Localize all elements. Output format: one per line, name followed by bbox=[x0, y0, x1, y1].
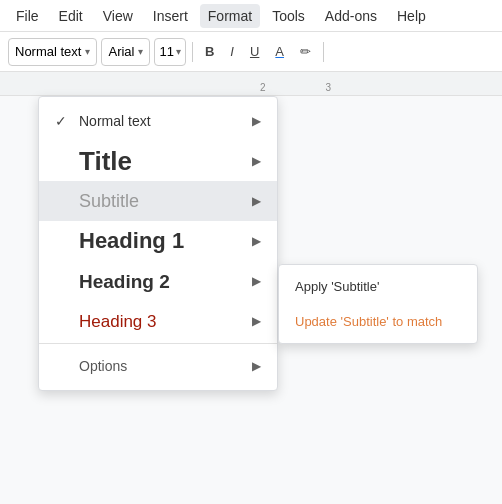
h3-arrow-icon: ▶ bbox=[252, 314, 261, 328]
font-chevron-icon: ▾ bbox=[138, 46, 143, 57]
update-subtitle-item[interactable]: Update 'Subtitle' to match bbox=[279, 304, 477, 339]
ruler-mark-3: 3 bbox=[326, 82, 332, 93]
font-size-dropdown[interactable]: 11 ▾ bbox=[154, 38, 185, 66]
check-icon: ✓ bbox=[55, 113, 71, 129]
underline-button[interactable]: U bbox=[244, 40, 265, 63]
menu-insert[interactable]: Insert bbox=[145, 4, 196, 28]
h2-arrow-icon: ▶ bbox=[252, 274, 261, 288]
menu-separator bbox=[39, 343, 277, 344]
style-h1-label: Heading 1 bbox=[79, 230, 184, 252]
h1-arrow-icon: ▶ bbox=[252, 234, 261, 248]
style-subtitle-label: Subtitle bbox=[79, 192, 139, 210]
style-dropdown-menu: ✓ Normal text ▶ ✓ Title ▶ ✓ Subtitle ▶ ✓ bbox=[38, 96, 278, 391]
menu-view[interactable]: View bbox=[95, 4, 141, 28]
style-h2-label-group: ✓ Heading 2 bbox=[55, 272, 170, 291]
subtitle-submenu: Apply 'Subtitle' Update 'Subtitle' to ma… bbox=[278, 264, 478, 344]
style-subtitle-label-group: ✓ Subtitle bbox=[55, 192, 139, 210]
font-color-button[interactable]: A bbox=[269, 40, 290, 63]
menu-file[interactable]: File bbox=[8, 4, 47, 28]
style-options-item[interactable]: ✓ Options ▶ bbox=[39, 346, 277, 386]
menu-help[interactable]: Help bbox=[389, 4, 434, 28]
apply-subtitle-item[interactable]: Apply 'Subtitle' bbox=[279, 269, 477, 304]
options-arrow-icon: ▶ bbox=[252, 359, 261, 373]
subtitle-arrow-icon: ▶ bbox=[252, 194, 261, 208]
highlight-button[interactable]: ✏ bbox=[294, 40, 317, 63]
menu-edit[interactable]: Edit bbox=[51, 4, 91, 28]
style-options-label-group: ✓ Options bbox=[55, 358, 127, 374]
style-h3-label-group: ✓ Heading 3 bbox=[55, 313, 157, 330]
menu-tools[interactable]: Tools bbox=[264, 4, 313, 28]
style-title-label: Title bbox=[79, 148, 132, 174]
style-title-label-group: ✓ Title bbox=[55, 148, 132, 174]
menu-format[interactable]: Format bbox=[200, 4, 260, 28]
style-h1-label-group: ✓ Heading 1 bbox=[55, 230, 184, 252]
style-options-label: Options bbox=[79, 358, 127, 374]
style-value: Normal text bbox=[15, 44, 81, 59]
ruler: 2 3 bbox=[0, 72, 502, 96]
apply-subtitle-label: Apply 'Subtitle' bbox=[295, 279, 379, 294]
toolbar: Normal text ▾ Arial ▾ 11 ▾ B I U A ✏ bbox=[0, 32, 502, 72]
style-title-item[interactable]: ✓ Title ▶ bbox=[39, 141, 277, 181]
toolbar-divider-1 bbox=[192, 42, 193, 62]
ruler-mark-2: 2 bbox=[260, 82, 266, 93]
page-area: ✓ Normal text ▶ ✓ Title ▶ ✓ Subtitle ▶ ✓ bbox=[0, 96, 502, 504]
style-normal-label-group: ✓ Normal text bbox=[55, 113, 151, 129]
menu-bar: File Edit View Insert Format Tools Add-o… bbox=[0, 0, 502, 32]
toolbar-divider-2 bbox=[323, 42, 324, 62]
font-dropdown[interactable]: Arial ▾ bbox=[101, 38, 150, 66]
font-value: Arial bbox=[108, 44, 134, 59]
size-value: 11 bbox=[159, 44, 173, 59]
menu-addons[interactable]: Add-ons bbox=[317, 4, 385, 28]
style-normal-label: Normal text bbox=[79, 113, 151, 129]
style-h2-item[interactable]: ✓ Heading 2 ▶ bbox=[39, 261, 277, 301]
style-dropdown[interactable]: Normal text ▾ bbox=[8, 38, 97, 66]
update-subtitle-label: Update 'Subtitle' to match bbox=[295, 314, 442, 329]
normal-arrow-icon: ▶ bbox=[252, 114, 261, 128]
style-h3-label: Heading 3 bbox=[79, 313, 157, 330]
size-chevron-icon: ▾ bbox=[176, 46, 181, 57]
style-h2-label: Heading 2 bbox=[79, 272, 170, 291]
bold-button[interactable]: B bbox=[199, 40, 220, 63]
style-subtitle-item[interactable]: ✓ Subtitle ▶ bbox=[39, 181, 277, 221]
title-arrow-icon: ▶ bbox=[252, 154, 261, 168]
style-chevron-icon: ▾ bbox=[85, 46, 90, 57]
italic-button[interactable]: I bbox=[224, 40, 240, 63]
style-h3-item[interactable]: ✓ Heading 3 ▶ bbox=[39, 301, 277, 341]
style-normal-item[interactable]: ✓ Normal text ▶ bbox=[39, 101, 277, 141]
style-h1-item[interactable]: ✓ Heading 1 ▶ bbox=[39, 221, 277, 261]
